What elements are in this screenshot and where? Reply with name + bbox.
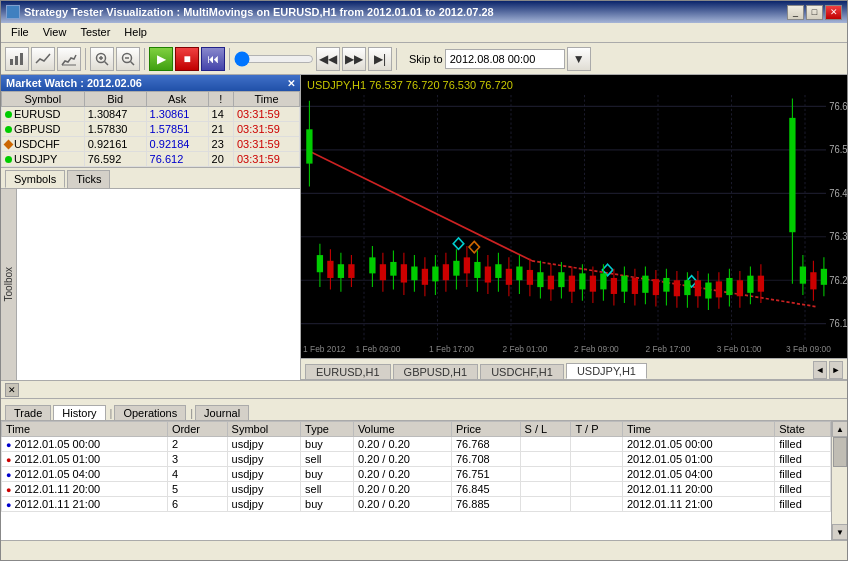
td-sl <box>520 437 571 452</box>
speed-slider[interactable] <box>234 51 314 67</box>
trade-table: Time Order Symbol Type Volume Price S / … <box>1 421 831 540</box>
toolbar-zoom-out[interactable] <box>116 47 140 71</box>
svg-rect-120 <box>705 283 711 299</box>
table-scrollbar[interactable]: ▲ ▼ <box>831 421 847 540</box>
toolbar-skip-dropdown[interactable]: ▼ <box>567 47 591 71</box>
chart-scroll-left[interactable]: ◄ <box>813 361 827 379</box>
close-button[interactable]: ✕ <box>825 5 842 20</box>
scroll-up-btn[interactable]: ▲ <box>832 421 847 437</box>
chart-tab-usdjpy[interactable]: USDJPY,H1 <box>566 363 647 379</box>
mw-bid: 1.57830 <box>84 122 146 137</box>
chart-scroll-right[interactable]: ► <box>829 361 843 379</box>
svg-text:1 Feb 17:00: 1 Feb 17:00 <box>429 344 474 354</box>
td-symbol: usdjpy <box>227 452 300 467</box>
mw-symbol: USDJPY <box>2 152 85 167</box>
trade-row: ● 2012.01.05 04:00 4 usdjpy buy 0.20 / 0… <box>2 467 831 482</box>
toolbar-indicator-btn[interactable] <box>31 47 55 71</box>
toolbar-sep3 <box>229 48 230 70</box>
td-order: 2 <box>167 437 227 452</box>
scroll-down-btn[interactable]: ▼ <box>832 524 847 540</box>
td-volume: 0.20 / 0.20 <box>353 452 451 467</box>
toolbox-handle[interactable]: Toolbox <box>1 189 17 380</box>
chart-tab-eurusd[interactable]: EURUSD,H1 <box>305 364 391 379</box>
svg-rect-0 <box>10 59 13 65</box>
bottom-tab-history[interactable]: History <box>53 405 105 420</box>
menu-tester[interactable]: Tester <box>74 25 116 40</box>
tab-separator: | <box>108 406 115 420</box>
menu-help[interactable]: Help <box>118 25 153 40</box>
scroll-thumb[interactable] <box>833 437 847 467</box>
col-symbol: Symbol <box>2 92 85 107</box>
skip-to-label: Skip to <box>409 53 443 65</box>
svg-rect-97 <box>590 276 596 292</box>
svg-rect-134 <box>800 267 806 284</box>
td-volume: 0.20 / 0.20 <box>353 497 451 512</box>
window-title: Strategy Tester Visualization : MultiMov… <box>24 6 494 18</box>
svg-rect-42 <box>306 129 312 163</box>
chart-area: USDJPY,H1 76.537 76.720 76.530 76.720 <box>301 75 847 380</box>
svg-rect-80 <box>506 269 512 285</box>
td-price: 76.885 <box>451 497 520 512</box>
toolbox-container: Toolbox <box>1 189 300 380</box>
bottom-tab-operations[interactable]: Operations <box>114 405 186 420</box>
minimize-button[interactable]: _ <box>787 5 804 20</box>
toolbar: ▶ ■ ⏮ ◀◀ ▶▶ ▶| Skip to ▼ <box>1 43 847 75</box>
td-symbol: usdjpy <box>227 497 300 512</box>
svg-text:1 Feb 09:00: 1 Feb 09:00 <box>356 344 401 354</box>
mw-ask: 1.30861 <box>146 107 208 122</box>
svg-rect-44 <box>317 255 323 272</box>
chart-svg: 76.650 76.540 76.430 76.320 76.210 76.10… <box>301 95 847 358</box>
toolbox-content <box>17 189 300 380</box>
th-state: State <box>775 422 831 437</box>
svg-rect-76 <box>485 267 491 283</box>
bottom-tab-trade[interactable]: Trade <box>5 405 51 420</box>
th-time2: Time <box>622 422 774 437</box>
bottom-tab-journal[interactable]: Journal <box>195 405 249 420</box>
tab-separator2: | <box>188 406 195 420</box>
svg-rect-116 <box>684 280 690 295</box>
toolbar-stop[interactable]: ■ <box>175 47 199 71</box>
trade-row: ● 2012.01.11 20:00 5 usdjpy sell 0.20 / … <box>2 482 831 497</box>
trade-row: ● 2012.01.05 00:00 2 usdjpy buy 0.20 / 0… <box>2 437 831 452</box>
toolbar-prev-frame[interactable]: ◀◀ <box>316 47 340 71</box>
market-watch-table: Symbol Bid Ask ! Time EURUSD 1.30847 1.3… <box>1 91 300 167</box>
td-time2: 2012.01.11 20:00 <box>622 482 774 497</box>
mw-ask: 1.57851 <box>146 122 208 137</box>
toolbar-play[interactable]: ▶ <box>149 47 173 71</box>
td-time: ● 2012.01.11 20:00 <box>2 482 168 497</box>
bottom-close-btn[interactable]: ✕ <box>5 383 19 397</box>
col-ask: Ask <box>146 92 208 107</box>
market-watch-close[interactable]: ✕ <box>287 78 295 89</box>
chart-tab-gbpusd[interactable]: GBPUSD,H1 <box>393 364 479 379</box>
chart-tab-usdchf[interactable]: USDCHF,H1 <box>480 364 564 379</box>
svg-rect-118 <box>695 280 701 296</box>
svg-text:2 Feb 17:00: 2 Feb 17:00 <box>645 344 690 354</box>
tab-symbols[interactable]: Symbols <box>5 170 65 188</box>
mw-time: 03:31:59 <box>234 137 300 152</box>
svg-rect-114 <box>674 280 680 296</box>
menu-file[interactable]: File <box>5 25 35 40</box>
maximize-button[interactable]: □ <box>806 5 823 20</box>
toolbar-zoom-in[interactable] <box>90 47 114 71</box>
title-bar: Strategy Tester Visualization : MultiMov… <box>1 1 847 23</box>
svg-text:76.540: 76.540 <box>829 144 847 155</box>
status-bar <box>1 540 847 560</box>
td-type: buy <box>301 467 354 482</box>
th-tp: T / P <box>571 422 623 437</box>
td-tp <box>571 497 623 512</box>
chart-header: USDJPY,H1 76.537 76.720 76.530 76.720 <box>301 75 847 95</box>
toolbar-chart-btn[interactable] <box>5 47 29 71</box>
toolbar-next-frame[interactable]: ▶▶ <box>342 47 366 71</box>
svg-rect-50 <box>348 264 354 278</box>
skip-to-input[interactable] <box>445 49 565 69</box>
toolbar-rewind[interactable]: ⏮ <box>201 47 225 71</box>
menu-view[interactable]: View <box>37 25 73 40</box>
svg-rect-111 <box>663 278 669 292</box>
toolbar-chart2-btn[interactable] <box>57 47 81 71</box>
chart-canvas[interactable]: 76.650 76.540 76.430 76.320 76.210 76.10… <box>301 95 847 358</box>
toolbar-last-frame[interactable]: ▶| <box>368 47 392 71</box>
tab-ticks[interactable]: Ticks <box>67 170 110 188</box>
svg-rect-99 <box>600 273 606 289</box>
svg-text:76.430: 76.430 <box>829 187 847 198</box>
svg-rect-107 <box>642 276 648 293</box>
